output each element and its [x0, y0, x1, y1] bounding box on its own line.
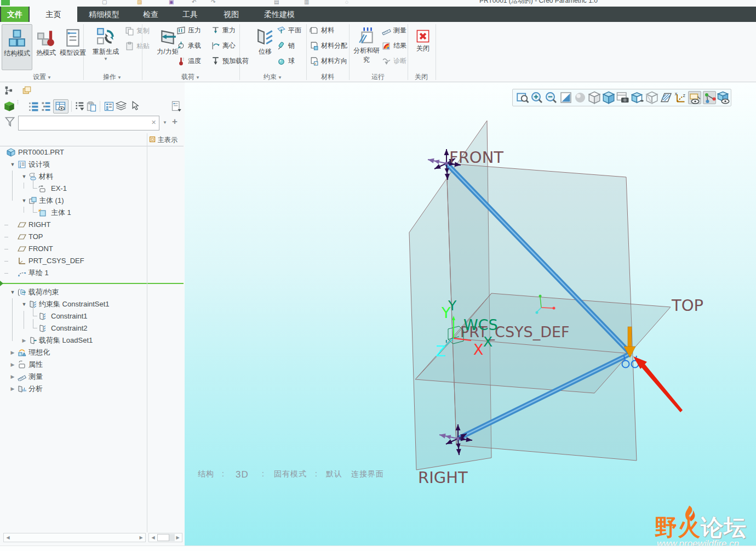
- tab-r2[interactable]: 精细模型: [83, 7, 125, 22]
- tree-row-TOP[interactable]: TOP: [0, 231, 184, 243]
- group-label-约束[interactable]: 约束▼: [248, 72, 297, 82]
- filter-list-icon[interactable]: [75, 101, 85, 112]
- tree-row-设计项[interactable]: ▼设计项: [0, 158, 184, 171]
- tree-row-PRT_CSYS_DEF[interactable]: PRT_CSYS_DEF: [0, 255, 184, 267]
- tree-row-载荷集 LoadSet1[interactable]: ▶载荷集 LoadSet1: [0, 334, 184, 346]
- tree-h-scrollbar[interactable]: ◀▶: [3, 533, 146, 542]
- tree-options-icon[interactable]: [171, 101, 182, 112]
- close-button[interactable]: 关闭: [412, 24, 434, 70]
- constraint-icon: [38, 324, 47, 333]
- model-setup-button[interactable]: 模型设置: [59, 24, 87, 70]
- open-icon[interactable]: ▨: [137, 0, 144, 5]
- structure-mode-button[interactable]: 结构模式: [2, 24, 32, 70]
- bearing-button[interactable]: 承载: [176, 41, 201, 50]
- select-icon[interactable]: [129, 101, 140, 112]
- regenerate-qa-icon[interactable]: ▤: [274, 0, 280, 5]
- material-assign-button[interactable]: 材料分配: [310, 41, 347, 50]
- pressure-button[interactable]: 压力: [176, 26, 201, 35]
- tree-row-理想化[interactable]: ▶理想化: [0, 346, 184, 359]
- preload-button[interactable]: 预加载荷: [211, 56, 249, 66]
- diagnostics-button[interactable]: 诊断: [382, 56, 406, 66]
- tree-columns-icon[interactable]: [41, 101, 51, 112]
- tree-row-载荷/约束[interactable]: ▼载荷/约束: [0, 286, 184, 298]
- new-file-icon[interactable]: ▢: [102, 0, 108, 5]
- tree-row-FRONT[interactable]: FRONT: [0, 243, 184, 255]
- axis-z-cyan: Z: [436, 343, 446, 360]
- results-button[interactable]: 结果: [382, 41, 406, 50]
- tree-row-属性[interactable]: ▶属性: [0, 359, 184, 371]
- tree-row-约束集 ConstraintSet1[interactable]: ▼约束集 ConstraintSet1: [0, 298, 184, 310]
- tree-row-EX-1[interactable]: EX-1: [0, 183, 184, 195]
- table-eye-icon[interactable]: [55, 101, 66, 112]
- clear-filter-icon[interactable]: ✕: [151, 119, 156, 126]
- tab-file[interactable]: 文件: [1, 7, 28, 22]
- regenerate-button[interactable]: 重新生成 ▼: [89, 24, 123, 70]
- measure-button[interactable]: 测量: [382, 26, 406, 35]
- tree-row-草绘 1[interactable]: 草绘 1: [0, 267, 184, 279]
- group-label-设置[interactable]: 设置▼: [18, 72, 67, 82]
- tab-home[interactable]: 主页: [30, 7, 77, 22]
- add-filter-icon[interactable]: +: [172, 116, 177, 127]
- title-bar: PRT0001 (活动的) - Creo Parametric 1.0 ▢ ▨ …: [0, 0, 756, 7]
- paste-button[interactable]: 粘贴: [125, 42, 150, 51]
- grip-dots: ⋮: [15, 101, 19, 112]
- tab-r6[interactable]: 柔性建模: [257, 7, 301, 22]
- tree-filter-input[interactable]: [18, 116, 159, 130]
- model-tree-tab[interactable]: [1, 83, 18, 98]
- tab-r5[interactable]: 视图: [216, 7, 246, 22]
- copy-label: 复制: [136, 26, 150, 36]
- status-line: 结构:3D:固有模式:默认连接界面: [185, 469, 459, 479]
- analyses-button[interactable]: 分析和研 究: [353, 24, 380, 75]
- tree-row-PRT0001.PRT[interactable]: PRT0001.PRT: [0, 146, 184, 158]
- material-orient-button[interactable]: z 材料方向: [310, 56, 347, 66]
- ball-label: 球: [288, 56, 295, 66]
- tree-filters-icon[interactable]: [28, 101, 39, 112]
- paste-icon: [125, 42, 134, 51]
- tab-r3[interactable]: 检查: [136, 7, 165, 22]
- tree-row-主体 1[interactable]: 主体 1: [0, 207, 184, 219]
- pin-button[interactable]: 销: [277, 41, 295, 50]
- save-icon[interactable]: ▣: [169, 0, 175, 5]
- group-label-载荷[interactable]: 载荷▼: [166, 72, 215, 82]
- logo-text-white: 论坛: [701, 515, 747, 540]
- close-window-qa-icon[interactable]: ◌: [345, 0, 352, 5]
- centrifugal-label: 离心: [222, 41, 236, 50]
- group-label-操作[interactable]: 操作▼: [88, 72, 137, 82]
- show-icon[interactable]: [4, 101, 15, 112]
- undo-icon[interactable]: ↶: [192, 0, 198, 5]
- insert-locator[interactable]: [0, 283, 184, 284]
- loadcon-icon: [18, 288, 26, 297]
- planar-button[interactable]: 平面: [277, 26, 301, 35]
- ball-button[interactable]: 球: [277, 56, 295, 66]
- windows-qa-icon[interactable]: ▥: [304, 0, 311, 5]
- props-icon: [18, 360, 26, 369]
- tab-r4[interactable]: 工具: [175, 7, 205, 22]
- thermal-mode-button[interactable]: 热模式: [33, 24, 59, 70]
- tree-row-主体 (1)[interactable]: ▼主体 (1): [0, 195, 184, 207]
- centrifugal-button[interactable]: 离心: [211, 41, 236, 50]
- gravity-button[interactable]: 重力: [211, 26, 236, 35]
- layers-icon[interactable]: [116, 101, 127, 112]
- displacement-button[interactable]: 位移: [252, 24, 278, 70]
- filter-dropdown-icon[interactable]: ▼: [163, 120, 167, 125]
- tree-row-分析[interactable]: ▶分析: [0, 383, 184, 395]
- tree-row-RIGHT[interactable]: RIGHT: [0, 219, 184, 231]
- graphics-viewport[interactable]: xz: [185, 82, 756, 546]
- tree-row-Constraint2[interactable]: Constraint2: [0, 322, 184, 334]
- exref-icon: [38, 184, 47, 193]
- copy-button[interactable]: 复制: [125, 26, 150, 36]
- tree-row-Constraint1[interactable]: Constraint1: [0, 310, 184, 322]
- tree-row-材料[interactable]: ▼材料: [0, 171, 184, 183]
- tree-row-测量[interactable]: ▶测量: [0, 371, 184, 383]
- window-title: PRT0001 (活动的) - Creo Parametric 1.0: [479, 0, 598, 5]
- material-button[interactable]: 材料: [310, 26, 334, 35]
- tree-col-scrollbar[interactable]: ◀▶: [148, 533, 182, 542]
- folder-browser-tab[interactable]: [19, 83, 35, 98]
- temperature-button[interactable]: 温度: [176, 56, 201, 66]
- list-icon[interactable]: [104, 101, 114, 112]
- model-setup-label: 模型设置: [60, 48, 86, 58]
- redo-icon[interactable]: ↷: [211, 0, 217, 5]
- structure-mode-icon: [8, 28, 26, 49]
- model-setup-icon: [64, 27, 82, 48]
- clipboard-icon[interactable]: [86, 101, 97, 112]
